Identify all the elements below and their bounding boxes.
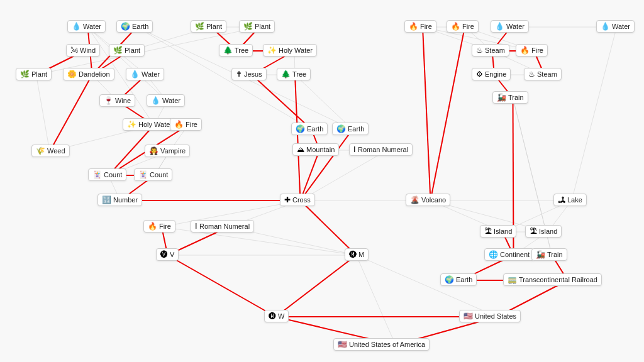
node-label-wine1: Wine xyxy=(115,97,131,104)
node-earth1[interactable]: 🌍Earth xyxy=(116,20,153,33)
node-number1[interactable]: 🔢Number xyxy=(97,194,142,206)
node-label-water5: Water xyxy=(162,97,180,104)
node-fire4[interactable]: 🔥Fire xyxy=(170,118,202,131)
node-fire5[interactable]: 🔥Fire xyxy=(143,220,175,233)
node-icon-water3: 💧 xyxy=(601,22,610,31)
svg-line-18 xyxy=(301,150,387,200)
node-romannumeral1[interactable]: ⅠRoman Numeral xyxy=(349,143,413,156)
node-plant4[interactable]: 🌿Plant xyxy=(16,68,52,80)
node-icon-fire2: 🔥 xyxy=(451,22,460,31)
node-icon-earth1: 🌍 xyxy=(121,22,130,31)
node-volcano1[interactable]: 🌋Volcano xyxy=(406,194,450,206)
node-cross1[interactable]: ✚Cross xyxy=(280,194,315,206)
node-label-unitedstates1: United States xyxy=(475,312,516,320)
node-island2[interactable]: 🏝Island xyxy=(525,225,562,238)
svg-line-75 xyxy=(423,27,431,200)
node-unitedstates1[interactable]: 🇺🇸United States xyxy=(459,310,521,322)
node-icon-water5: 💧 xyxy=(151,96,160,105)
node-icon-plant4: 🌿 xyxy=(20,70,30,79)
node-label-island1: Island xyxy=(494,228,512,235)
node-icon-vampire1: 🧛 xyxy=(149,146,158,155)
svg-line-71 xyxy=(276,255,357,317)
node-label-dandelion1: Dandelion xyxy=(79,70,110,78)
node-water5[interactable]: 💧Water xyxy=(147,94,185,107)
node-count1[interactable]: 🃏Count xyxy=(88,168,126,181)
node-label-volcano1: Volcano xyxy=(421,196,446,204)
node-icon-earth2: 🌍 xyxy=(296,124,305,133)
node-island1[interactable]: 🏝Island xyxy=(480,225,516,238)
node-fire3[interactable]: 🔥Fire xyxy=(516,44,548,57)
node-dandelion1[interactable]: 🌼Dandelion xyxy=(63,68,114,80)
node-icon-unitedstates1: 🇺🇸 xyxy=(464,312,473,321)
node-holywater2[interactable]: ✨Holy Water xyxy=(123,118,177,131)
node-water1[interactable]: 💧Water xyxy=(67,20,106,33)
node-label-water1: Water xyxy=(83,23,101,30)
node-w1[interactable]: 🅦W xyxy=(264,310,289,322)
node-icon-wine1: 🍷 xyxy=(104,96,113,105)
node-plant3[interactable]: 🌿Plant xyxy=(109,44,145,57)
node-icon-number1: 🔢 xyxy=(102,195,111,204)
node-icon-dandelion1: 🌼 xyxy=(67,70,77,79)
node-m1[interactable]: 🅜M xyxy=(345,248,369,261)
node-lake1[interactable]: 🏞Lake xyxy=(553,194,587,206)
node-label-lake1: Lake xyxy=(567,196,582,204)
node-wind1[interactable]: 🌬Wind xyxy=(66,44,100,57)
node-icon-engine1: ⚙ xyxy=(476,70,483,79)
node-icon-cross1: ✚ xyxy=(284,195,291,204)
node-icon-plant1: 🌿 xyxy=(195,22,204,31)
node-train2[interactable]: 🚂Train xyxy=(531,248,567,261)
node-icon-fire4: 🔥 xyxy=(174,120,184,129)
node-label-continent1: Continent xyxy=(500,251,530,258)
node-label-mountain1: Mountain xyxy=(306,146,335,153)
node-icon-continent1: 🌐 xyxy=(489,250,498,259)
node-engine1[interactable]: ⚙Engine xyxy=(472,68,511,80)
node-mountain1[interactable]: ⛰Mountain xyxy=(292,143,339,156)
node-vampire1[interactable]: 🧛Vampire xyxy=(145,145,190,157)
node-train1[interactable]: 🚂Train xyxy=(492,91,528,104)
node-icon-volcano1: 🌋 xyxy=(410,195,419,204)
svg-line-1 xyxy=(88,27,167,101)
node-fire2[interactable]: 🔥Fire xyxy=(447,20,479,33)
node-icon-plant3: 🌿 xyxy=(113,46,123,55)
node-label-number1: Number xyxy=(113,196,138,204)
node-label-plant3: Plant xyxy=(125,47,140,54)
node-icon-steam1: ♨ xyxy=(476,46,483,55)
node-wine1[interactable]: 🍷Wine xyxy=(99,94,135,107)
node-plant1[interactable]: 🌿Plant xyxy=(191,20,226,33)
svg-line-9 xyxy=(36,75,50,151)
node-romannumeral2[interactable]: ⅠRoman Numeral xyxy=(191,220,254,233)
node-transcontinental1[interactable]: 🚃Transcontinental Railroad xyxy=(503,273,602,286)
node-label-tree1: Tree xyxy=(235,47,248,54)
node-label-fire2: Fire xyxy=(462,23,474,30)
node-steam2[interactable]: ♨Steam xyxy=(524,68,562,80)
node-plant2[interactable]: 🌿Plant xyxy=(239,20,275,33)
node-icon-mountain1: ⛰ xyxy=(297,145,304,154)
svg-line-93 xyxy=(295,75,301,200)
node-steam1[interactable]: ♨Steam xyxy=(472,44,509,57)
node-count2[interactable]: 🃏Count xyxy=(134,168,172,181)
node-v1[interactable]: 🅥V xyxy=(156,248,179,261)
node-icon-island1: 🏝 xyxy=(484,227,492,236)
node-label-water4: Water xyxy=(142,70,160,78)
node-weed1[interactable]: 🌾Weed xyxy=(31,145,70,157)
node-icon-earth3: 🌍 xyxy=(336,124,346,133)
node-earth3[interactable]: 🌍Earth xyxy=(332,123,369,135)
node-holywater1[interactable]: ✨Holy Water xyxy=(263,44,317,57)
node-tree1[interactable]: 🌲Tree xyxy=(219,44,253,57)
node-usa1[interactable]: 🇺🇸United States of America xyxy=(333,338,430,351)
node-water4[interactable]: 💧Water xyxy=(126,68,164,80)
node-earth4[interactable]: 🌍Earth xyxy=(440,273,477,286)
node-jesus1[interactable]: ✝Jesus xyxy=(231,68,267,80)
node-icon-w1: 🅦 xyxy=(269,312,276,321)
node-label-plant2: Plant xyxy=(255,23,270,30)
node-icon-train1: 🚂 xyxy=(497,93,506,102)
node-fire1[interactable]: 🔥Fire xyxy=(404,20,436,33)
node-continent1[interactable]: 🌐Continent xyxy=(484,248,534,261)
node-icon-water2: 💧 xyxy=(495,22,504,31)
node-earth2[interactable]: 🌍Earth xyxy=(291,123,328,135)
node-water3[interactable]: 💧Water xyxy=(596,20,635,33)
node-icon-lake1: 🏞 xyxy=(558,195,565,204)
node-water2[interactable]: 💧Water xyxy=(491,20,529,33)
node-tree2[interactable]: 🌲Tree xyxy=(277,68,311,80)
node-icon-holywater1: ✨ xyxy=(267,46,277,55)
